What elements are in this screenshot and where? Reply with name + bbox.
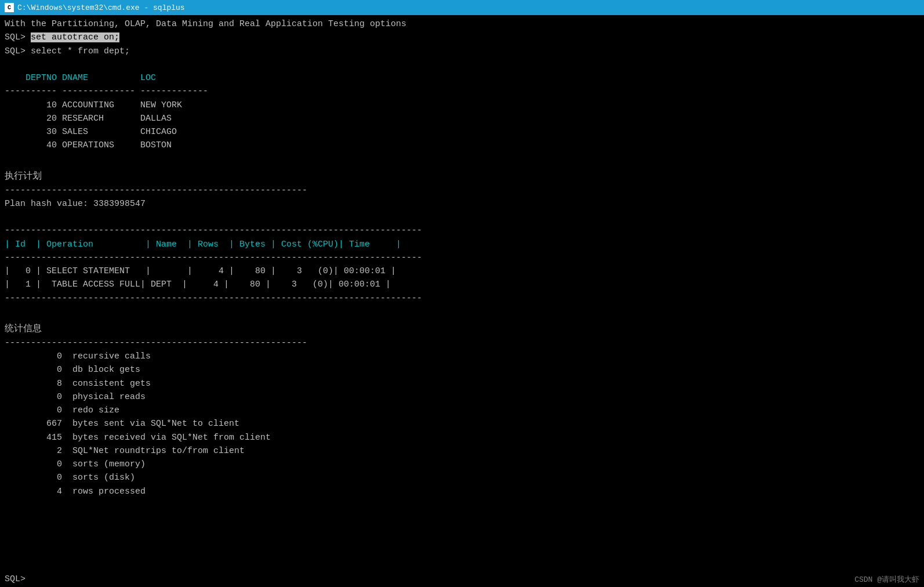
stat-4: 0 redo size [5,404,919,417]
exec-plan-title: 执行计划 [5,169,919,184]
terminal-body: With the Partitioning, OLAP, Data Mining… [0,15,924,501]
stat-1: 0 db block gets [5,363,919,376]
stat-5: 667 bytes sent via SQL*Net to client [5,417,919,430]
exec-plan-row-1: | 1 | TABLE ACCESS FULL| DEPT | 4 | 80 |… [5,278,919,291]
stat-10: 4 rows processed [5,485,919,498]
stat-8: 0 sorts (memory) [5,458,919,471]
watermark: CSDN @请叫我大虾 [854,574,919,585]
highlighted-command: set autotrace on; [31,32,119,42]
cmd-select: SQL> select * from dept; [5,45,919,58]
stat-0: 0 recursive calls [5,350,919,363]
stat-6: 415 bytes received via SQL*Net from clie… [5,431,919,444]
stat-3: 0 physical reads [5,390,919,404]
table-col-headers: DEPTNO DNAME LOC [5,71,919,85]
plan-hash: Plan hash value: 3383998547 [5,197,919,211]
table-separator: ---------- -------------- ------------- [5,85,919,98]
title-bar: C C:\Windows\system32\cmd.exe - sqlplus [0,0,924,15]
intro-line: With the Partitioning, OLAP, Data Mining… [5,17,919,31]
table-row-4: 40 OPERATIONS BOSTON [5,139,919,152]
exec-plan-divider-long-top: ----------------------------------------… [5,224,919,237]
exec-plan-col-separator: ----------------------------------------… [5,251,919,264]
exec-plan-divider-end: ----------------------------------------… [5,292,919,305]
stat-9: 0 sorts (disk) [5,471,919,484]
table-row-3: 30 SALES CHICAGO [5,125,919,139]
cmd-icon: C [5,3,14,12]
title-bar-text: C:\Windows\system32\cmd.exe - sqlplus [17,3,185,12]
stats-title: 统计信息 [5,322,919,336]
final-prompt[interactable]: SQL> [5,574,31,585]
exec-plan-col-headers: | Id | Operation | Name | Rows | Bytes |… [5,238,919,251]
table-row-1: 10 ACCOUNTING NEW YORK [5,99,919,112]
exec-plan-row-0: | 0 | SELECT STATEMENT | | 4 | 80 | 3 (0… [5,264,919,278]
bottom-bar: SQL> CSDN @请叫我大虾 [0,572,924,587]
table-row-2: 20 RESEARCH DALLAS [5,112,919,125]
exec-plan-divider-short: ----------------------------------------… [5,184,919,197]
cmd-autotrace: SQL> set autotrace on; [5,31,919,44]
stat-7: 2 SQL*Net roundtrips to/from client [5,444,919,458]
stat-2: 8 consistent gets [5,377,919,390]
stats-divider: ----------------------------------------… [5,336,919,350]
